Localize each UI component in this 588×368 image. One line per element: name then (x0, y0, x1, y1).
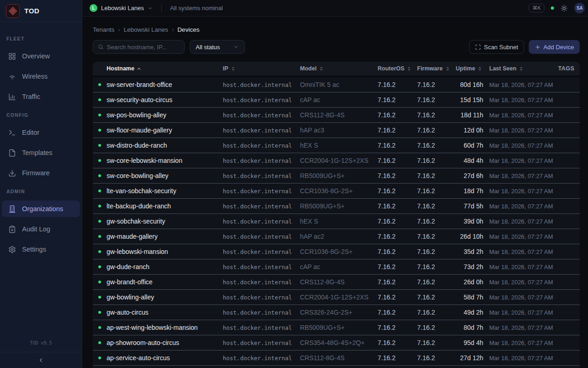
table-row[interactable]: ap-service-auto-circus host.docker.inter… (93, 351, 580, 366)
health-dot-icon (551, 6, 554, 10)
last-seen-cell: Mar 18, 2026, 07:27 AM (483, 112, 558, 119)
table-row[interactable]: gw-sobchak-security host.docker.internal… (93, 214, 580, 229)
sidebar-item-templates[interactable]: Templates (2, 144, 80, 161)
topbar-right: ⌘K SA (529, 3, 585, 13)
sidebar-collapse-button[interactable] (0, 352, 82, 368)
routeros-cell: 7.16.2 (378, 248, 417, 255)
sidebar-item-audit-log[interactable]: Audit Log (2, 221, 80, 237)
table-row[interactable]: gw-brandt-office host.docker.internal CR… (93, 275, 580, 290)
status-cell (93, 159, 107, 162)
table-row[interactable]: sw-security-auto-circus host.docker.inte… (93, 92, 580, 108)
model-cell: hEX S (300, 218, 378, 225)
topbar-divider (161, 5, 162, 12)
online-status-dot-icon (98, 114, 101, 116)
chevron-down-icon (147, 6, 153, 11)
sidebar-item-firmware[interactable]: Firmware (2, 165, 80, 181)
hostname-cell: gw-lebowski-mansion (107, 248, 223, 255)
model-cell: RB5009UG+S+ (300, 172, 378, 179)
table-row[interactable]: sw-distro-dude-ranch host.docker.interna… (93, 138, 580, 153)
model-cell: cAP ac (300, 263, 378, 270)
table-row[interactable]: gw-bowling-alley host.docker.internal CC… (93, 290, 580, 305)
sidebar-item-overview[interactable]: Overview (2, 48, 80, 64)
table-row[interactable]: gw-dude-ranch host.docker.internal cAP a… (93, 259, 580, 275)
status-cell (93, 114, 107, 116)
uptime-cell: 49d 2h (456, 309, 483, 316)
breadcrumb-tenant-name[interactable]: Lebowski Lanes (124, 26, 168, 33)
sun-icon[interactable] (560, 5, 568, 12)
sidebar-item-wireless[interactable]: Wireless (2, 68, 80, 85)
ip-cell: host.docker.internal (223, 172, 300, 179)
sidebar-item-organizations[interactable]: Organizations (2, 201, 80, 217)
add-device-button[interactable]: Add Device (529, 40, 580, 54)
sidebar-item-editor[interactable]: Editor (2, 124, 80, 141)
hostname-cell: sw-floor-maude-gallery (107, 126, 223, 134)
last-seen-cell: Mar 18, 2026, 07:27 AM (483, 188, 558, 195)
table-row[interactable]: lte-van-sobchak-security host.docker.int… (93, 184, 580, 199)
sidebar-item-label: Templates (22, 149, 52, 156)
table-row[interactable]: sw-core-lebowski-mansion host.docker.int… (93, 153, 580, 168)
uptime-cell: 60d 7h (456, 142, 483, 149)
table-row[interactable]: ap-showroom-auto-circus host.docker.inte… (93, 335, 580, 351)
command-palette-shortcut[interactable]: ⌘K (529, 4, 544, 12)
nav-section-admin: ADMIN (0, 189, 82, 194)
status-cell (93, 190, 107, 192)
col-header-uptime[interactable]: Uptime (456, 65, 483, 72)
last-seen-cell: Mar 18, 2026, 07:27 AM (483, 279, 558, 286)
table-row[interactable]: ap-west-wing-lebowski-mansion host.docke… (93, 320, 580, 335)
table-header: Hostname IP Model RouterOS (93, 62, 580, 75)
breadcrumb-current: Devices (177, 26, 199, 33)
firmware-cell: 7.16.2 (417, 142, 456, 149)
breadcrumb-tenants[interactable]: Tenants (93, 26, 114, 33)
status-cell (93, 220, 107, 223)
model-cell: CCR2004-1G-12S+2XS (300, 293, 378, 301)
status-cell (93, 83, 107, 86)
col-header-routeros[interactable]: RouterOS (378, 65, 417, 72)
firmware-cell: 7.16.2 (417, 248, 456, 255)
ip-cell: host.docker.internal (223, 233, 300, 240)
firmware-cell: 7.16.2 (417, 324, 456, 331)
online-status-dot-icon (98, 129, 101, 132)
hostname-cell: sw-security-auto-circus (107, 96, 223, 104)
file-icon (8, 149, 16, 157)
last-seen-cell: Mar 18, 2026, 07:27 AM (483, 218, 558, 225)
app-version: TOD v9.5 (0, 337, 82, 352)
table-row[interactable]: sw-server-brandt-office host.docker.inte… (93, 77, 580, 92)
scan-subnet-label: Scan Subnet (484, 44, 518, 51)
table-row[interactable]: sw-core-bowling-alley host.docker.intern… (93, 168, 580, 184)
col-header-hostname[interactable]: Hostname (107, 65, 223, 72)
last-seen-cell: Mar 18, 2026, 07:27 AM (483, 81, 558, 88)
table-row[interactable]: sw-pos-bowling-alley host.docker.interna… (93, 108, 580, 123)
firmware-cell: 7.16.2 (417, 126, 456, 134)
hostname-cell: sw-distro-dude-ranch (107, 142, 223, 149)
col-header-firmware[interactable]: Firmware (417, 65, 456, 72)
sidebar-item-settings[interactable]: Settings (2, 241, 80, 258)
online-status-dot-icon (98, 235, 101, 238)
hostname-cell: gw-dude-ranch (107, 263, 223, 270)
col-header-last-seen[interactable]: Last Seen (483, 65, 558, 72)
table-row[interactable]: sw-floor-maude-gallery host.docker.inter… (93, 123, 580, 138)
sort-icon (231, 66, 236, 71)
last-seen-cell: Mar 18, 2026, 07:27 AM (483, 233, 558, 240)
table-row[interactable]: lte-backup-dude-ranch host.docker.intern… (93, 199, 580, 214)
table-row[interactable]: gw-maude-gallery host.docker.internal hA… (93, 229, 580, 244)
status-cell (93, 250, 107, 253)
col-header-ip[interactable]: IP (223, 65, 300, 72)
table-row[interactable]: gw-lebowski-mansion host.docker.internal… (93, 244, 580, 259)
search-input[interactable] (107, 44, 180, 51)
search-icon (98, 44, 103, 50)
devices-table: Hostname IP Model RouterOS (93, 62, 580, 368)
wifi-icon (8, 73, 16, 80)
model-cell: hEX S (300, 142, 378, 149)
user-avatar[interactable]: SA (574, 3, 585, 13)
sort-icon (319, 66, 324, 71)
breadcrumb: Tenants › Lebowski Lanes › Devices (93, 26, 580, 33)
table-body: sw-server-brandt-office host.docker.inte… (93, 77, 580, 366)
tenant-switcher[interactable]: L Lebowski Lanes (90, 4, 153, 12)
partial-row (93, 366, 580, 368)
table-row[interactable]: gw-auto-circus host.docker.internal CRS3… (93, 305, 580, 320)
sidebar-item-traffic[interactable]: Traffic (2, 88, 80, 105)
col-header-model[interactable]: Model (300, 65, 378, 72)
status-filter-select[interactable]: All status (190, 40, 245, 54)
online-status-dot-icon (98, 98, 101, 101)
scan-subnet-button[interactable]: Scan Subnet (469, 40, 524, 54)
